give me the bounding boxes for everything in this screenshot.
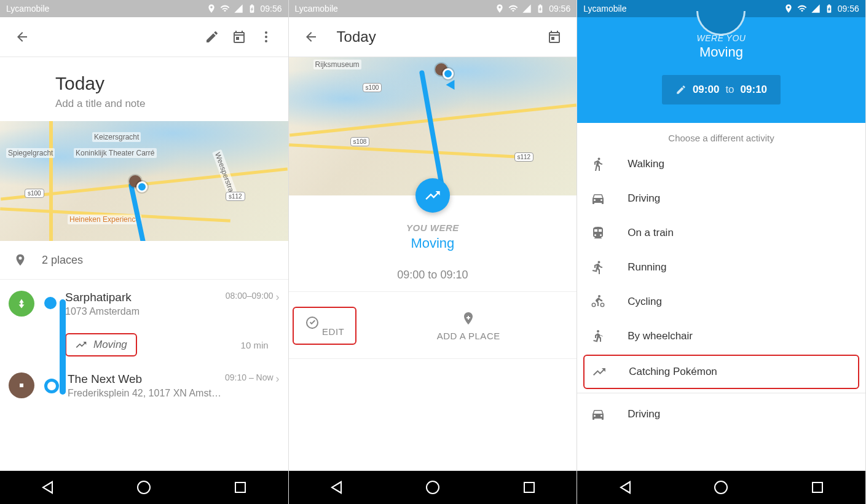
battery-status-icon: [535, 4, 545, 14]
edit-pencil-button[interactable]: [199, 23, 226, 50]
activity-bubble-icon: [415, 178, 450, 213]
status-bar: Lycamobile 09:56: [289, 0, 577, 17]
activity-option-running[interactable]: Running: [577, 250, 865, 285]
calendar-button[interactable]: [541, 23, 568, 50]
timeline-stop-row[interactable]: Sarphatipark 1073 Amsterdam 08:00–09:00 …: [9, 291, 280, 317]
action-row: EDIT ADD A PLACE: [289, 292, 577, 359]
map-preview[interactable]: Keizersgracht Spiegelgracht Koninklijk T…: [0, 121, 288, 241]
timeline-node-icon: [44, 379, 59, 393]
nav-home-button[interactable]: [137, 481, 151, 494]
map-preview[interactable]: Rijksmuseum s100 s108 s112: [289, 57, 577, 195]
activity-option-walking[interactable]: Walking: [577, 147, 865, 181]
add-place-label: ADD A PLACE: [437, 331, 500, 341]
timeline-moving-row[interactable]: Moving 10 min: [44, 333, 280, 356]
carrier-label: Lycamobile: [6, 4, 49, 14]
place-badge-icon: [9, 372, 34, 398]
carrier-label: Lycamobile: [583, 4, 626, 14]
edit-activity-button[interactable]: EDIT: [289, 292, 361, 358]
nav-back-button[interactable]: [331, 481, 342, 494]
map-label: Spiegelgracht: [6, 148, 55, 158]
map-label: Rijksmuseum: [313, 60, 361, 69]
nav-home-button[interactable]: [714, 481, 728, 494]
overflow-menu-button[interactable]: [253, 23, 280, 50]
clock-label: 09:56: [261, 4, 282, 14]
android-navbar: [577, 471, 865, 504]
nav-recent-button[interactable]: [524, 482, 535, 493]
places-summary-row[interactable]: 2 places: [0, 241, 288, 280]
nav-home-button[interactable]: [426, 481, 439, 494]
pencil-icon: [675, 84, 687, 95]
nav-back-button[interactable]: [42, 481, 53, 494]
nav-back-button[interactable]: [620, 481, 631, 494]
wifi-status-icon: [797, 4, 807, 14]
cycling-icon: [591, 294, 605, 309]
stop-sub: Frederiksplein 42, 1017 XN Amsterd…: [68, 388, 225, 399]
train-icon: [591, 226, 605, 240]
road-shield: s100: [363, 83, 382, 92]
app-bar-title: Today: [337, 28, 376, 45]
stop-name: The Next Web: [68, 372, 225, 386]
back-button[interactable]: [9, 23, 36, 50]
map-label: Keizersgracht: [92, 132, 141, 142]
road-shield: s100: [25, 189, 44, 198]
time-range: 09:00 to 09:10: [301, 269, 565, 282]
activity-option-train[interactable]: On a train: [577, 216, 865, 250]
car-icon: [591, 191, 605, 206]
location-status-icon: [207, 4, 216, 14]
activity-label: Driving: [628, 408, 660, 420]
activity-list: Walking Driving On a train Running Cycli…: [577, 147, 865, 431]
timeline-stop-row[interactable]: The Next Web Frederiksplein 42, 1017 XN …: [9, 372, 280, 399]
activity-label: Driving: [628, 192, 660, 205]
moving-duration: 10 min: [241, 340, 269, 350]
svg-point-4: [597, 330, 599, 333]
calendar-button[interactable]: [226, 23, 253, 50]
clock-label: 09:56: [838, 4, 859, 14]
map-label: Koninklijk Theater Carré: [74, 148, 157, 158]
status-bar: Lycamobile 09:56: [0, 0, 288, 17]
activity-option-driving[interactable]: Driving: [577, 181, 865, 216]
time-range-button[interactable]: 09:00 to 09:10: [662, 75, 781, 104]
nav-recent-button[interactable]: [812, 482, 823, 493]
chevron-right-icon: ›: [276, 291, 280, 304]
activity-option-wheelchair[interactable]: By wheelchair: [577, 319, 865, 353]
walking-icon: [591, 157, 605, 171]
running-icon: [591, 260, 605, 275]
trending-icon: [592, 364, 607, 379]
moving-chip-highlight[interactable]: Moving: [65, 333, 137, 356]
activity-label: Walking: [628, 158, 664, 170]
back-button[interactable]: [297, 23, 325, 50]
activity-option-cycling[interactable]: Cycling: [577, 285, 865, 319]
current-activity-label[interactable]: Moving: [577, 44, 865, 60]
screen-timeline-overview: Lycamobile 09:56 Today Add a title and n…: [0, 0, 289, 504]
activity-option-driving-extra[interactable]: Driving: [577, 397, 865, 431]
map-peek-icon: [696, 11, 746, 36]
activity-label: Catching Pokémon: [629, 366, 717, 378]
place-pin-icon: [14, 253, 27, 267]
svg-rect-3: [20, 384, 23, 387]
add-place-button[interactable]: ADD A PLACE: [360, 292, 577, 358]
map-label: Heineken Experience: [68, 215, 141, 224]
location-status-icon: [495, 4, 505, 14]
screen-activity-detail: Lycamobile 09:56 Today Rijksmuseum s100 …: [289, 0, 578, 504]
timeline-node-icon: [44, 297, 57, 309]
nav-recent-button[interactable]: [235, 482, 246, 493]
activity-label: On a train: [628, 227, 674, 239]
location-status-icon: [784, 4, 793, 14]
day-header-card[interactable]: Today Add a title and note: [0, 57, 288, 121]
activity-label: Running: [628, 261, 666, 274]
svg-point-0: [265, 31, 267, 34]
time-from: 09:00: [693, 84, 719, 96]
you-were-label: YOU WERE: [301, 222, 565, 233]
signal-status-icon: [522, 4, 532, 14]
wheelchair-icon: [591, 329, 605, 344]
activity-option-catching-pokemon[interactable]: Catching Pokémon: [583, 355, 859, 389]
svg-point-1: [265, 36, 267, 38]
stop-time: 09:10 – Now: [225, 372, 274, 382]
app-bar: [0, 17, 288, 57]
moving-label: Moving: [93, 339, 127, 351]
activity-name[interactable]: Moving: [301, 235, 565, 251]
screen-activity-picker: Lycamobile 09:56 WERE YOU Moving 09:00 t…: [577, 0, 866, 504]
battery-status-icon: [247, 4, 257, 14]
android-navbar: [0, 471, 288, 504]
timeline-list: Sarphatipark 1073 Amsterdam 08:00–09:00 …: [0, 280, 288, 471]
